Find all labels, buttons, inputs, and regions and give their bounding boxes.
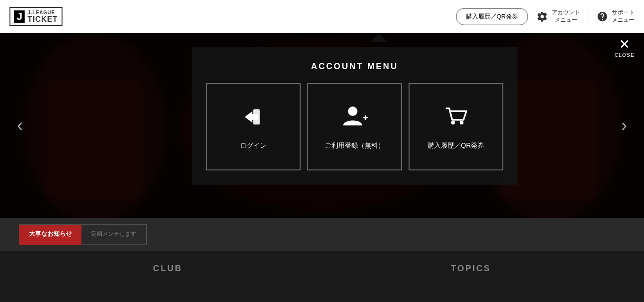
cart-icon	[443, 104, 469, 134]
logo-j-letter: J	[14, 10, 25, 23]
login-icon	[240, 104, 267, 134]
account-menu-cards: ログイン ご利用登録（無料）	[206, 83, 503, 170]
login-label: ログイン	[240, 142, 267, 150]
topics-label: TOPICS	[451, 264, 491, 274]
svg-point-12	[451, 121, 455, 124]
help-icon	[596, 10, 609, 23]
purchase-card[interactable]: 購入履歴／QR発券	[409, 83, 503, 170]
account-menu-label: アカウントメニュー	[552, 9, 580, 24]
logo-ticket: TICKET	[27, 15, 58, 24]
account-menu-title: ACCOUNT MENU	[206, 62, 503, 71]
notice-content: 定期メンテします	[81, 225, 146, 245]
svg-rect-11	[365, 115, 366, 120]
bottom-section: 大事なお知らせ 定期メンテします	[0, 218, 644, 251]
gear-icon	[536, 10, 549, 23]
close-button[interactable]: ✕ CLOSE	[615, 38, 635, 58]
svg-point-9	[348, 107, 358, 116]
dropdown-arrow	[370, 33, 387, 42]
carousel-right-arrow[interactable]: ›	[614, 115, 635, 136]
logo-text: J.LEAGUE TICKET	[27, 10, 58, 24]
carousel-left-arrow[interactable]: ‹	[9, 115, 30, 136]
purchase-label: 購入履歴／QR発券	[428, 142, 484, 150]
main-area: ‹ › ACCOUNT MENU ログイン	[0, 33, 644, 218]
user-plus-icon	[340, 104, 369, 134]
support-menu-button[interactable]: サポートメニュー	[596, 9, 635, 24]
login-card[interactable]: ログイン	[206, 83, 301, 170]
close-x-icon: ✕	[619, 38, 630, 51]
close-label: CLOSE	[615, 52, 635, 58]
logo-area: J J.LEAGUE TICKET	[9, 7, 63, 27]
header-right: 購入履歴／QR発券 アカウントメニュー サポートメニュー	[456, 8, 635, 25]
support-menu-label: サポートメニュー	[612, 9, 635, 24]
logo-league: J.LEAGUE	[27, 10, 58, 15]
purchase-history-button[interactable]: 購入履歴／QR発券	[456, 8, 528, 25]
header-divider	[588, 9, 588, 24]
svg-point-13	[460, 121, 464, 124]
notice-tab: 大事なお知らせ	[19, 225, 81, 245]
club-label: CLUB	[153, 264, 182, 274]
header: J J.LEAGUE TICKET 購入履歴／QR発券 アカウントメニュー	[0, 0, 644, 33]
logo-box: J J.LEAGUE TICKET	[9, 7, 63, 27]
account-menu-button[interactable]: アカウントメニュー	[536, 9, 580, 24]
footer-section: CLUB TOPICS	[0, 251, 644, 286]
register-label: ご利用登録（無料）	[325, 142, 385, 150]
register-card[interactable]: ご利用登録（無料）	[307, 83, 402, 170]
account-menu-panel: ACCOUNT MENU ログイン	[192, 47, 518, 185]
